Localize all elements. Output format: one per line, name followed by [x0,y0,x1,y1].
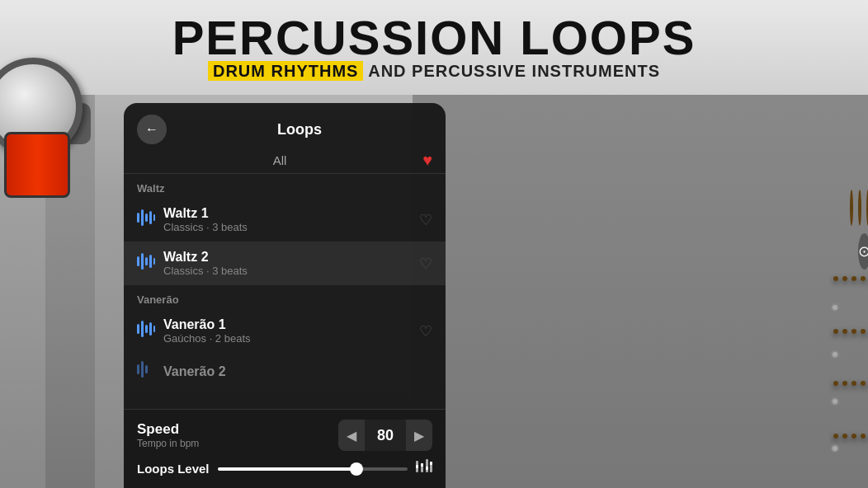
svg-rect-22 [426,459,428,472]
drum-body [4,132,70,198]
svg-rect-5 [137,256,139,266]
loop-desc-vanerao-1: Gaúchos · 2 beats [163,332,411,345]
svg-rect-2 [145,214,148,222]
svg-rect-16 [141,361,144,378]
svg-rect-9 [153,258,155,265]
top-banner: PERCUSSION LOOPS DRUM RHYTHMS AND PERCUS… [0,0,868,95]
loop-name-vanerao-2: Vanerão 2 [163,364,432,379]
bpm-decrease-button[interactable]: ◀ [338,420,365,451]
svg-rect-15 [137,364,139,374]
loops-list: Waltz Waltz 1 Classics · 3 beats ♡ [124,174,446,409]
pad-2-4[interactable] [861,329,866,334]
svg-rect-21 [421,463,423,467]
back-button[interactable]: ← [137,115,167,144]
speed-row: Speed Tempo in bpm ◀ 80 ▶ [137,420,432,451]
heart-waltz-2[interactable]: ♡ [419,255,432,273]
tab-all[interactable]: All [137,153,422,167]
loop-item-vanerao-1[interactable]: Vanerão 1 Gaúchos · 2 beats ♡ [124,309,446,353]
svg-rect-6 [141,253,144,270]
pad-1-3[interactable] [851,276,856,281]
screw-3 [831,397,839,406]
section-label-vanerao: Vanerão [124,285,446,309]
svg-rect-23 [426,467,428,470]
loops-panel: ← Loops All ♥ Waltz [124,103,446,488]
svg-rect-11 [141,321,144,337]
svg-rect-0 [137,213,139,223]
banner-title: PERCUSSION LOOPS [172,14,696,62]
svg-rect-25 [430,462,432,465]
knob-2[interactable] [858,190,861,226]
favorites-heart-icon[interactable]: ♥ [422,151,432,170]
knob-1[interactable] [850,190,853,226]
level-slider-wrap [218,467,408,471]
heart-vanerao-1[interactable]: ♡ [419,322,432,340]
loop-name-waltz-1: Waltz 1 [163,206,411,221]
loop-item-vanerao-2[interactable]: Vanerão 2 [124,353,446,390]
svg-rect-19 [416,465,418,468]
pad-1-4[interactable] [861,276,866,281]
wave-icon-vanerao-1 [137,321,155,341]
toolbar-loop-icon[interactable]: ⊙ [858,233,868,270]
svg-rect-8 [149,255,152,268]
level-row: Loops Level [137,459,432,478]
loop-item-waltz-2[interactable]: Waltz 2 Classics · 3 beats ♡ [124,242,446,285]
svg-rect-1 [141,209,144,226]
pad-1-1[interactable] [833,276,838,281]
panel-title: Loops [167,121,432,138]
level-slider[interactable] [218,467,408,471]
svg-rect-17 [145,365,148,373]
panel-header: ← Loops [124,103,446,144]
drum-image [0,49,124,214]
svg-rect-4 [153,214,155,221]
speed-label-group: Speed Tempo in bpm [137,421,338,449]
pad-1-2[interactable] [842,276,847,281]
banner-subtitle-highlight: DRUM RHYTHMS [208,61,363,81]
eq-icon[interactable] [416,459,432,478]
bpm-value: 80 [365,424,406,448]
svg-rect-3 [149,211,152,224]
section-label-waltz: Waltz [124,174,446,198]
pad-3-2[interactable] [842,381,847,386]
loop-info-waltz-2: Waltz 2 Classics · 3 beats [163,250,411,277]
banner-subtitle: DRUM RHYTHMS AND PERCUSSIVE INSTRUMENTS [208,62,660,81]
bpm-increase-button[interactable]: ▶ [406,420,432,451]
speed-label: Speed [137,421,338,438]
pad-4-3[interactable] [851,434,856,439]
screw-2 [831,350,839,359]
bottom-controls: Speed Tempo in bpm ◀ 80 ▶ Loops Level [124,409,446,488]
loop-info-vanerao-1: Vanerão 1 Gaúchos · 2 beats [163,317,411,345]
loop-name-vanerao-1: Vanerão 1 [163,317,411,332]
pad-3-3[interactable] [851,381,856,386]
svg-rect-7 [145,257,148,265]
pad-2-2[interactable] [842,329,847,334]
heart-waltz-1[interactable]: ♡ [419,211,432,229]
loop-name-waltz-2: Waltz 2 [163,250,411,265]
tabs-row: All ♥ [124,144,446,174]
loop-item-waltz-1[interactable]: Waltz 1 Classics · 3 beats ♡ [124,198,446,242]
loop-info-waltz-1: Waltz 1 Classics · 3 beats [163,206,411,233]
wave-icon-waltz-2 [137,253,155,274]
level-label: Loops Level [137,462,210,476]
drum-background: PERCUSSION LOOPS DRUM RHYTHMS AND PERCUS… [0,0,868,488]
wave-icon-waltz-1 [137,209,155,230]
screw-4 [831,444,839,453]
screw-1 [831,303,839,312]
speed-sublabel: Tempo in bpm [137,438,338,449]
pad-3-4[interactable] [861,381,866,386]
pad-4-2[interactable] [842,434,847,439]
pad-2-3[interactable] [851,329,856,334]
svg-rect-12 [145,325,148,333]
loop-info-vanerao-2: Vanerão 2 [163,364,432,379]
svg-rect-14 [153,326,155,332]
pad-4-4[interactable] [861,434,866,439]
banner-subtitle-rest: AND PERCUSSIVE INSTRUMENTS [363,62,660,80]
drum-pads-area: ⊙ ▤ ✏ ♩ 🎧 ⚙ [413,95,868,488]
loop-desc-waltz-1: Classics · 3 beats [163,221,411,233]
svg-rect-13 [149,322,152,336]
wave-icon-vanerao-2 [137,361,155,382]
bpm-control: ◀ 80 ▶ [338,420,432,451]
svg-rect-10 [137,324,139,334]
loop-desc-waltz-2: Classics · 3 beats [163,265,411,277]
screws-column [829,284,841,472]
